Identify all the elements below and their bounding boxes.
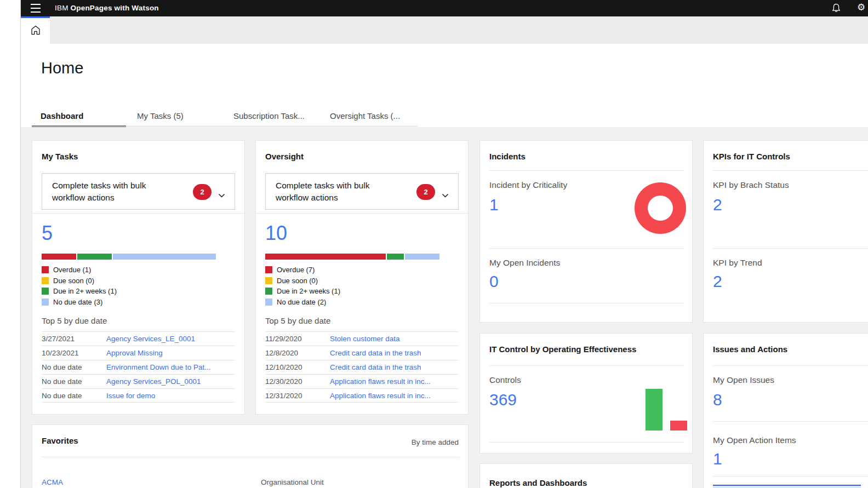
task-link[interactable]: Application flaws result in inc... bbox=[330, 377, 431, 386]
metric-label: Incident by Criticality bbox=[489, 180, 567, 190]
table-row: 12/31/2020Application flaws result in in… bbox=[265, 388, 459, 403]
table-row: 11/29/2020Stolen customer data bbox=[265, 331, 459, 346]
top5-table: 3/27/2021Agency Services_LE_0001 10/23/2… bbox=[42, 331, 235, 403]
legend-item: Due soon (0) bbox=[42, 277, 117, 285]
operating-effectiveness-bar-chart bbox=[646, 389, 688, 430]
table-row: No due dateIssue for demo bbox=[42, 388, 235, 403]
due-date-progress-bar bbox=[42, 254, 216, 260]
kpis-card: KPIs for IT Controls KPI by Brach Status… bbox=[703, 140, 868, 323]
legend-swatch bbox=[265, 266, 272, 273]
table-row: 10/23/2021Approval Missing bbox=[42, 346, 235, 360]
card-title: Oversight bbox=[265, 152, 304, 161]
issues-progress-bar bbox=[713, 485, 861, 488]
card-title: Favorites bbox=[42, 436, 78, 445]
home-tab[interactable] bbox=[21, 16, 50, 44]
metric-label: Controls bbox=[489, 375, 521, 385]
card-title: IT Control by Operating Effectiveness bbox=[489, 345, 636, 354]
favorite-link[interactable]: ACMA bbox=[42, 478, 63, 486]
legend-swatch bbox=[42, 277, 49, 284]
home-icon bbox=[30, 24, 42, 38]
metric-label: My Open Issues bbox=[713, 375, 774, 385]
bulk-workflow-dropdown[interactable]: Complete tasks with bulk workflow action… bbox=[265, 173, 459, 210]
hamburger-menu-icon[interactable] bbox=[31, 4, 42, 13]
tab-subscription-tasks[interactable]: Subscription Task... bbox=[225, 107, 321, 127]
metric-value: 369 bbox=[489, 391, 517, 409]
metric-value: 1 bbox=[713, 450, 722, 468]
workspace-tabstrip bbox=[21, 16, 868, 44]
top5-heading: Top 5 by due date bbox=[265, 316, 330, 325]
count-badge: 2 bbox=[193, 184, 212, 200]
tab-dashboard[interactable]: Dashboard bbox=[32, 107, 128, 127]
card-title: Incidents bbox=[489, 152, 526, 161]
chevron-down-icon bbox=[218, 190, 225, 200]
sort-by-control[interactable]: By time added bbox=[412, 438, 459, 446]
top5-heading: Top 5 by due date bbox=[42, 316, 107, 325]
task-link[interactable]: Stolen customer data bbox=[330, 335, 400, 343]
incidents-card: Incidents Incident by Criticality 1 My O… bbox=[479, 140, 693, 323]
incident-criticality-donut bbox=[635, 182, 686, 234]
task-link[interactable]: Agency Services_POL_0001 bbox=[106, 377, 201, 386]
task-link[interactable]: Approval Missing bbox=[106, 349, 163, 357]
tab-oversight-tasks[interactable]: Oversight Tasks (... bbox=[321, 107, 418, 127]
metric-value: 8 bbox=[713, 391, 722, 409]
app-header: IBM OpenPages with Watson ⚙ bbox=[21, 0, 868, 16]
legend-item: Overdue (1) bbox=[42, 266, 117, 274]
task-link[interactable]: Issue for demo bbox=[106, 392, 155, 400]
legend-swatch bbox=[265, 298, 272, 306]
oversight-card: Oversight Complete tasks with bulk workf… bbox=[255, 140, 469, 415]
bar-effective bbox=[646, 389, 663, 430]
metric-label: My Open Action Items bbox=[713, 435, 796, 445]
issues-actions-card: Issues and Actions My Open Issues 8 My O… bbox=[703, 333, 868, 488]
chevron-down-icon bbox=[442, 190, 449, 200]
due-date-legend: Overdue (1) Due soon (0) Due in 2+ weeks… bbox=[42, 266, 117, 306]
legend-swatch bbox=[42, 288, 49, 295]
table-row: 12/10/2020Credit card data in the trash bbox=[265, 360, 459, 374]
legend-item: Due in 2+ weeks (1) bbox=[265, 288, 340, 295]
legend-item: No due date (2) bbox=[265, 298, 340, 306]
metric-label: My Open Incidents bbox=[489, 258, 560, 268]
task-link[interactable]: Agency Services_LE_0001 bbox=[106, 335, 195, 343]
metric-value: 2 bbox=[713, 196, 722, 214]
table-row: No due dateEnvironment Down due to Pat..… bbox=[42, 360, 235, 374]
page-title: Home bbox=[41, 59, 83, 77]
metric-value: 2 bbox=[713, 272, 722, 291]
table-row: 12/30/2020Application flaws result in in… bbox=[265, 374, 459, 388]
metric-label: KPI by Brach Status bbox=[713, 180, 789, 190]
settings-gear-icon[interactable]: ⚙ bbox=[857, 2, 868, 14]
openpages-dashboard: IBM OpenPages with Watson ⚙ Home Dashboa… bbox=[0, 0, 868, 488]
metric-value: 1 bbox=[489, 196, 499, 214]
task-link[interactable]: Application flaws result in inc... bbox=[330, 392, 431, 400]
reports-dashboards-card: Reports and Dashboards bbox=[479, 463, 693, 488]
legend-item: No due date (3) bbox=[42, 298, 117, 306]
task-link[interactable]: Environment Down due to Pat... bbox=[106, 363, 211, 371]
dropdown-label: Complete tasks with bulk workflow action… bbox=[52, 180, 175, 204]
legend-swatch bbox=[42, 266, 49, 273]
metric-value: 0 bbox=[489, 272, 499, 291]
task-link[interactable]: Credit card data in the trash bbox=[330, 363, 421, 371]
top5-table: 11/29/2020Stolen customer data 12/8/2020… bbox=[265, 331, 459, 403]
card-title: My Tasks bbox=[42, 152, 78, 161]
bar-ineffective bbox=[670, 421, 687, 430]
favorites-card: Favorites By time added ACMA Organisatio… bbox=[32, 424, 469, 488]
favorite-type: Organisational Unit bbox=[261, 478, 324, 486]
it-control-card: IT Control by Operating Effectiveness Co… bbox=[479, 333, 693, 453]
metric-label: KPI by Trend bbox=[713, 258, 762, 268]
due-date-legend: Overdue (7) Due soon (0) Due in 2+ weeks… bbox=[265, 266, 340, 306]
task-link[interactable]: Credit card data in the trash bbox=[330, 349, 421, 357]
table-row: No due dateAgency Services_POL_0001 bbox=[42, 374, 235, 388]
card-title: KPIs for IT Controls bbox=[713, 152, 790, 161]
legend-swatch bbox=[42, 298, 49, 306]
brand-title: IBM OpenPages with Watson bbox=[55, 4, 159, 12]
tab-my-tasks[interactable]: My Tasks (5) bbox=[128, 107, 225, 127]
my-tasks-card: My Tasks Complete tasks with bulk workfl… bbox=[32, 140, 245, 415]
notifications-bell-icon[interactable] bbox=[831, 3, 842, 14]
due-date-progress-bar bbox=[265, 254, 439, 260]
task-total: 10 bbox=[265, 222, 287, 245]
table-row: 3/27/2021Agency Services_LE_0001 bbox=[42, 331, 235, 346]
bulk-workflow-dropdown[interactable]: Complete tasks with bulk workflow action… bbox=[42, 173, 235, 210]
legend-item: Due in 2+ weeks (1) bbox=[42, 288, 117, 295]
task-total: 5 bbox=[42, 222, 53, 245]
legend-swatch bbox=[265, 277, 272, 284]
table-row: 12/8/2020Credit card data in the trash bbox=[265, 346, 459, 360]
card-title: Reports and Dashboards bbox=[489, 478, 587, 487]
